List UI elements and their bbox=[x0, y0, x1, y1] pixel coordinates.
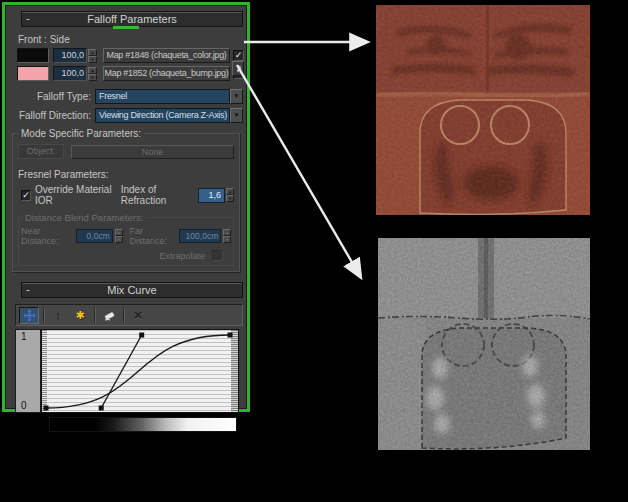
chevron-down-icon[interactable]: ▼ bbox=[230, 89, 243, 104]
index-of-refraction-field[interactable]: 1,6 bbox=[198, 188, 225, 203]
delete-x-icon: ✕ bbox=[133, 309, 142, 322]
front-map-row: 100,0 ▲ ▼ Map #1848 (chaqueta_color.jpg)… bbox=[17, 48, 247, 63]
falloff-direction-dropdown[interactable]: Viewing Direction (Camera Z-Axis) ▼ bbox=[95, 108, 243, 123]
distance-row: Near Distance: 0,0cm ▲ ▼ Far Distance: 1… bbox=[21, 226, 231, 246]
move-arrows-icon bbox=[23, 309, 36, 322]
fresnel-parameters-title: Fresnel Parameters: bbox=[18, 169, 234, 180]
delete-point-button[interactable]: ✕ bbox=[128, 307, 148, 324]
spinner-down-icon: ▼ bbox=[223, 236, 231, 243]
spinner-up-icon[interactable]: ▲ bbox=[88, 67, 97, 74]
collapse-minus-icon[interactable]: - bbox=[26, 11, 30, 25]
collapse-minus-icon[interactable]: - bbox=[26, 282, 30, 296]
swap-colors-button[interactable]: ↷ bbox=[232, 61, 244, 76]
distance-blend-title: Distance Blend Parameters: bbox=[23, 212, 145, 223]
extrapolate-checkbox bbox=[212, 250, 223, 261]
toolbar-separator bbox=[94, 307, 95, 323]
curve-plot-area[interactable] bbox=[41, 329, 239, 413]
add-point-star-icon: ✱ bbox=[75, 309, 84, 322]
side-map-row: 100,0 ▲ ▼ Map #1852 (chaqueta_bump.jpg) … bbox=[17, 66, 247, 81]
ior-row: ✓ Override Material IOR Index of Refract… bbox=[18, 184, 234, 206]
far-distance-field: 100,0cm bbox=[179, 229, 221, 243]
steep-segment bbox=[101, 335, 141, 408]
side-amount-field[interactable]: 100,0 bbox=[53, 66, 87, 81]
far-distance-label: Far Distance: bbox=[130, 226, 176, 246]
mix-curve-editor: 1 0 bbox=[15, 329, 243, 413]
spinner-up-icon[interactable]: ▲ bbox=[226, 188, 234, 195]
arrow-to-bump-map bbox=[237, 65, 360, 276]
extrapolate-label: Extrapolate bbox=[159, 251, 205, 261]
y-axis-max-label: 1 bbox=[21, 331, 27, 342]
bezier-s-curve bbox=[46, 335, 230, 408]
mix-curve-toolbar: ↕ ✱ ✕ bbox=[15, 304, 243, 326]
falloff-parameters-panel: - Falloff Parameters Front : Side 100,0 … bbox=[2, 2, 250, 412]
object-label: Object: bbox=[18, 144, 64, 159]
falloff-type-dropdown[interactable]: Fresnel ▼ bbox=[95, 89, 243, 104]
rollout-title: Falloff Parameters bbox=[87, 13, 177, 25]
spinner-up-icon: ▲ bbox=[223, 229, 231, 236]
front-map-enable-checkbox[interactable]: ✓ bbox=[233, 50, 244, 61]
object-none-button: None bbox=[71, 145, 234, 159]
object-row: Object: None bbox=[18, 144, 234, 159]
near-distance-field: 0,0cm bbox=[76, 229, 113, 243]
toolbar-separator bbox=[123, 307, 124, 323]
falloff-direction-label: Falloff Direction: bbox=[11, 110, 95, 121]
falloff-type-row: Falloff Type: Fresnel ▼ bbox=[11, 89, 243, 104]
spinner-down-icon[interactable]: ▼ bbox=[88, 56, 97, 63]
toolbar-separator bbox=[43, 307, 44, 323]
near-distance-label: Near Distance: bbox=[21, 226, 73, 246]
color-map-preview bbox=[376, 5, 590, 215]
rollout-drag-indicator bbox=[113, 26, 139, 29]
y-axis-min-label: 0 bbox=[21, 400, 27, 411]
map-rows: 100,0 ▲ ▼ Map #1848 (chaqueta_color.jpg)… bbox=[5, 48, 247, 81]
reset-curves-icon bbox=[103, 309, 116, 322]
spinner-up-icon[interactable]: ▲ bbox=[88, 49, 97, 56]
mode-specific-title: Mode Specific Parameters: bbox=[18, 128, 144, 139]
index-of-refraction-label: Index of Refraction bbox=[121, 184, 195, 206]
override-material-ior-checkbox[interactable]: ✓ bbox=[21, 190, 31, 201]
scale-point-button[interactable]: ↕ bbox=[48, 307, 68, 324]
curve-point-handle[interactable] bbox=[44, 406, 49, 411]
falloff-rollout-header[interactable]: - Falloff Parameters bbox=[21, 11, 243, 27]
mix-curve-rollout-header[interactable]: - Mix Curve bbox=[21, 282, 243, 298]
override-material-ior-label: Override Material IOR bbox=[35, 184, 121, 206]
curve-y-axis: 1 0 bbox=[15, 329, 41, 413]
curve-point-handle[interactable] bbox=[99, 406, 104, 411]
spinner-down-icon[interactable]: ▼ bbox=[226, 195, 234, 202]
bump-map-preview bbox=[378, 238, 590, 450]
front-side-label: Front : Side bbox=[18, 34, 247, 45]
spinner-up-icon: ▲ bbox=[115, 229, 123, 236]
side-map-button[interactable]: Map #1852 (chaqueta_bump.jpg) bbox=[103, 66, 230, 81]
falloff-direction-value[interactable]: Viewing Direction (Camera Z-Axis) bbox=[95, 108, 230, 123]
curve-point-handle[interactable] bbox=[228, 333, 233, 338]
mode-specific-parameters-group: Mode Specific Parameters: Object: None F… bbox=[12, 133, 240, 272]
front-amount-field[interactable]: 100,0 bbox=[53, 48, 87, 63]
curve-point-handle[interactable] bbox=[139, 333, 144, 338]
falloff-type-value[interactable]: Fresnel bbox=[95, 89, 230, 104]
front-color-swatch[interactable] bbox=[17, 48, 49, 63]
move-point-button[interactable] bbox=[19, 307, 39, 324]
add-point-button[interactable]: ✱ bbox=[70, 307, 90, 324]
mix-curve-svg bbox=[42, 330, 238, 412]
side-color-swatch[interactable] bbox=[17, 66, 49, 81]
output-gradient-preview bbox=[49, 417, 237, 432]
falloff-type-label: Falloff Type: bbox=[11, 91, 95, 102]
spinner-down-icon[interactable]: ▼ bbox=[88, 74, 97, 81]
falloff-direction-row: Falloff Direction: Viewing Direction (Ca… bbox=[11, 108, 243, 123]
distance-blend-parameters-group: Distance Blend Parameters: Near Distance… bbox=[18, 217, 234, 266]
swap-arrow-icon: ↷ bbox=[232, 64, 244, 74]
scale-point-icon: ↕ bbox=[55, 309, 61, 321]
check-icon: ✓ bbox=[22, 190, 30, 200]
check-icon: ✓ bbox=[235, 50, 243, 60]
front-map-button[interactable]: Map #1848 (chaqueta_color.jpg) bbox=[103, 48, 230, 63]
reset-curves-button[interactable] bbox=[99, 307, 119, 324]
spinner-down-icon: ▼ bbox=[115, 236, 123, 243]
rollout-title: Mix Curve bbox=[107, 284, 157, 296]
chevron-down-icon[interactable]: ▼ bbox=[230, 108, 243, 123]
extrapolate-row: Extrapolate bbox=[21, 250, 223, 261]
